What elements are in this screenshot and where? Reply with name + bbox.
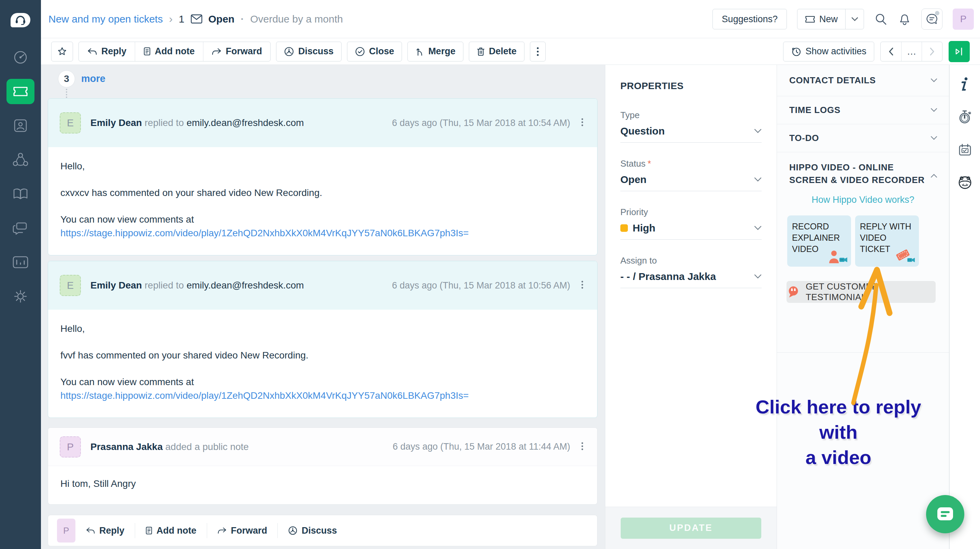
delete-button[interactable]: Delete — [469, 41, 525, 61]
contact-details-section[interactable]: CONTACT DETAILS — [777, 65, 949, 96]
sender-name[interactable]: Emily Dean — [91, 280, 142, 290]
sidebar-item-analytics[interactable] — [0, 245, 41, 279]
reply-with-video-button[interactable]: REPLY WITH VIDEO TICKET — [855, 215, 919, 267]
assign-select[interactable]: - - / Prasanna Jakka — [620, 271, 762, 288]
live-chat-widget-button[interactable] — [926, 495, 964, 533]
top-header-bar: New and my open tickets › 1 Open · Overd… — [41, 0, 980, 38]
collapsed-count-badge[interactable]: 3 — [58, 70, 75, 88]
priority-select[interactable]: High — [620, 222, 762, 240]
recipient-email[interactable]: emily.dean@freshdesk.com — [187, 117, 304, 128]
message-menu-button[interactable] — [579, 115, 585, 131]
quick-reply-bar: P Reply Add note — [48, 515, 598, 546]
pager-more-button[interactable]: … — [901, 42, 922, 61]
sidebar-item-tickets[interactable] — [0, 74, 41, 109]
kebab-icon — [581, 280, 584, 289]
message-header: E Emily Dean replied to emily.dean@fresh… — [48, 99, 597, 147]
sidebar-item-forums[interactable] — [0, 211, 41, 245]
reply-icon — [86, 527, 95, 534]
show-activities-button[interactable]: Show activities — [783, 41, 874, 61]
chevron-right-icon — [929, 47, 935, 56]
chevron-down-icon — [754, 129, 762, 134]
update-button[interactable]: UPDATE — [621, 517, 761, 539]
message-menu-button[interactable] — [579, 439, 585, 455]
notifications-button[interactable] — [898, 12, 911, 26]
sidebar-item-admin[interactable] — [0, 279, 41, 313]
toolbar-right: Show activities … — [783, 41, 970, 62]
chat-bubble-icon — [936, 506, 955, 522]
chevron-down-icon — [931, 108, 937, 112]
time-logs-label: TIME LOGS — [789, 105, 840, 115]
get-customer-testimonial-button[interactable]: GET CUSTOMER TESTIMONIAL — [786, 281, 935, 303]
search-button[interactable] — [874, 12, 888, 26]
message-header: E Emily Dean replied to emily.dean@fresh… — [48, 261, 597, 310]
freshdesk-logo[interactable] — [0, 0, 41, 40]
reply-button[interactable]: Reply — [75, 525, 135, 536]
new-ticket-caret[interactable] — [845, 9, 864, 29]
show-more-link[interactable]: more — [81, 73, 105, 85]
discuss-icon — [288, 526, 298, 535]
profile-avatar[interactable]: P — [953, 8, 974, 30]
merge-button[interactable]: Merge — [407, 41, 463, 61]
sidebar-item-companies[interactable] — [0, 143, 41, 177]
reply-label: Reply — [99, 525, 124, 536]
contact-info-tab[interactable] — [962, 74, 969, 94]
sender-name[interactable]: Prasanna Jakka — [91, 442, 163, 452]
discuss-button[interactable]: Discuss — [278, 525, 347, 536]
more-actions-button[interactable] — [530, 41, 546, 61]
reply-button[interactable]: Reply — [79, 42, 135, 61]
todo-tab[interactable] — [958, 140, 972, 160]
time-logs-section[interactable]: TIME LOGS — [777, 96, 949, 124]
message-who: Prasanna Jakka added a public note — [91, 442, 249, 452]
how-hippo-works-link[interactable]: How Hippo Video works? — [777, 195, 949, 205]
video-link[interactable]: https://stage.hippowiz.com/video/play/1Z… — [60, 228, 469, 238]
kebab-icon — [581, 117, 584, 127]
todo-section[interactable]: TO-DO — [777, 124, 949, 152]
forums-chat-icon — [13, 221, 28, 235]
sidebar-item-solutions[interactable] — [0, 177, 41, 211]
add-note-button[interactable]: Add note — [135, 525, 207, 536]
collapse-panel-button[interactable] — [948, 41, 970, 62]
add-note-button[interactable]: Add note — [135, 42, 203, 61]
avatar: P — [57, 519, 75, 543]
sidebar-item-contacts[interactable] — [0, 109, 41, 143]
status-label: Status* — [620, 158, 762, 169]
search-icon — [874, 12, 888, 26]
breadcrumb-view-link[interactable]: New and my open tickets — [48, 13, 163, 25]
record-explainer-button[interactable]: RECORD EXPLAINER VIDEO — [787, 215, 851, 267]
sender-name[interactable]: Emily Dean — [91, 117, 142, 128]
ticket-icon — [805, 15, 815, 23]
breadcrumb: New and my open tickets › 1 Open · Overd… — [41, 13, 343, 25]
action-text: added a public note — [165, 442, 249, 452]
discuss-button[interactable]: Discuss — [276, 41, 342, 61]
whats-new-button[interactable] — [921, 8, 942, 30]
body-line: cxvxcv has commented on your shared vide… — [60, 186, 585, 200]
suggestions-button[interactable]: Suggestions? — [713, 9, 787, 29]
new-ticket-split-button[interactable]: New — [797, 9, 864, 29]
star-icon — [57, 46, 67, 57]
type-field: Type Question — [620, 110, 762, 143]
next-ticket-button[interactable] — [922, 42, 942, 61]
hippo-video-tab[interactable] — [958, 173, 972, 193]
star-button[interactable] — [51, 41, 73, 61]
headset-icon — [15, 15, 26, 25]
body-text: You can now view comments at — [60, 214, 194, 225]
status-select[interactable]: Open — [620, 174, 762, 191]
hippo-video-section[interactable]: HIPPO VIDEO - ONLINE SCREEN & VIDEO RECO… — [777, 152, 949, 187]
recipient-email[interactable]: emily.dean@freshdesk.com — [187, 280, 304, 290]
previous-ticket-button[interactable] — [881, 42, 901, 61]
time-logs-tab[interactable] — [958, 107, 972, 127]
forward-button[interactable]: Forward — [207, 525, 278, 536]
video-link[interactable]: https://stage.hippowiz.com/video/play/1Z… — [60, 390, 469, 401]
forward-button[interactable]: Forward — [203, 42, 270, 61]
close-button[interactable]: Close — [347, 41, 402, 61]
type-select[interactable]: Question — [620, 125, 762, 143]
ticket-video-icon — [894, 249, 915, 264]
message-menu-button[interactable] — [579, 278, 585, 293]
properties-footer: UPDATE — [605, 507, 776, 549]
priority-value-text: High — [633, 222, 655, 234]
sidebar-item-dashboard[interactable] — [0, 40, 41, 74]
required-asterisk: * — [648, 158, 651, 169]
dot-separator: · — [240, 13, 244, 25]
new-ticket-button[interactable]: New — [797, 9, 845, 29]
bell-icon — [898, 12, 911, 26]
